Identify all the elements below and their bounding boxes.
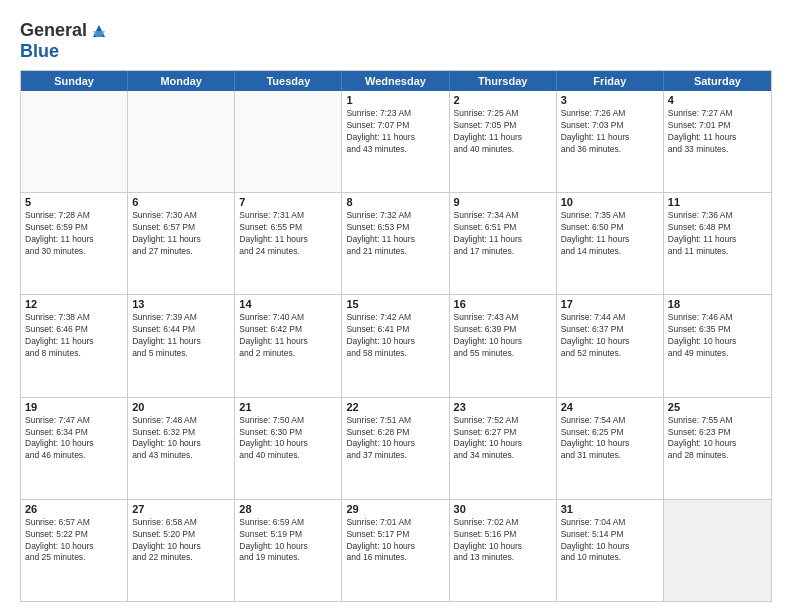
- calendar: SundayMondayTuesdayWednesdayThursdayFrid…: [20, 70, 772, 602]
- day-info: Sunrise: 7:39 AM Sunset: 6:44 PM Dayligh…: [132, 312, 230, 360]
- day-info: Sunrise: 7:26 AM Sunset: 7:03 PM Dayligh…: [561, 108, 659, 156]
- day-cell: 7Sunrise: 7:31 AM Sunset: 6:55 PM Daylig…: [235, 193, 342, 294]
- day-number: 9: [454, 196, 552, 208]
- day-number: 1: [346, 94, 444, 106]
- week-row-1: 5Sunrise: 7:28 AM Sunset: 6:59 PM Daylig…: [21, 192, 771, 294]
- day-info: Sunrise: 7:35 AM Sunset: 6:50 PM Dayligh…: [561, 210, 659, 258]
- day-cell: [664, 500, 771, 601]
- day-number: 6: [132, 196, 230, 208]
- day-number: 29: [346, 503, 444, 515]
- day-number: 12: [25, 298, 123, 310]
- day-info: Sunrise: 7:42 AM Sunset: 6:41 PM Dayligh…: [346, 312, 444, 360]
- day-name-wednesday: Wednesday: [342, 71, 449, 91]
- day-info: Sunrise: 7:43 AM Sunset: 6:39 PM Dayligh…: [454, 312, 552, 360]
- day-number: 30: [454, 503, 552, 515]
- day-cell: 3Sunrise: 7:26 AM Sunset: 7:03 PM Daylig…: [557, 91, 664, 192]
- day-cell: 10Sunrise: 7:35 AM Sunset: 6:50 PM Dayli…: [557, 193, 664, 294]
- calendar-header: SundayMondayTuesdayWednesdayThursdayFrid…: [21, 71, 771, 91]
- day-number: 4: [668, 94, 767, 106]
- day-info: Sunrise: 7:55 AM Sunset: 6:23 PM Dayligh…: [668, 415, 767, 463]
- day-info: Sunrise: 7:36 AM Sunset: 6:48 PM Dayligh…: [668, 210, 767, 258]
- day-number: 23: [454, 401, 552, 413]
- day-info: Sunrise: 7:32 AM Sunset: 6:53 PM Dayligh…: [346, 210, 444, 258]
- day-number: 24: [561, 401, 659, 413]
- day-info: Sunrise: 7:51 AM Sunset: 6:28 PM Dayligh…: [346, 415, 444, 463]
- day-cell: 9Sunrise: 7:34 AM Sunset: 6:51 PM Daylig…: [450, 193, 557, 294]
- day-info: Sunrise: 7:02 AM Sunset: 5:16 PM Dayligh…: [454, 517, 552, 565]
- day-info: Sunrise: 7:44 AM Sunset: 6:37 PM Dayligh…: [561, 312, 659, 360]
- day-cell: 28Sunrise: 6:59 AM Sunset: 5:19 PM Dayli…: [235, 500, 342, 601]
- day-number: 26: [25, 503, 123, 515]
- day-number: 20: [132, 401, 230, 413]
- day-number: 21: [239, 401, 337, 413]
- day-info: Sunrise: 7:27 AM Sunset: 7:01 PM Dayligh…: [668, 108, 767, 156]
- header: General Blue: [20, 15, 772, 62]
- day-number: 2: [454, 94, 552, 106]
- calendar-body: 1Sunrise: 7:23 AM Sunset: 7:07 PM Daylig…: [21, 91, 771, 601]
- day-info: Sunrise: 7:25 AM Sunset: 7:05 PM Dayligh…: [454, 108, 552, 156]
- day-number: 19: [25, 401, 123, 413]
- day-info: Sunrise: 6:57 AM Sunset: 5:22 PM Dayligh…: [25, 517, 123, 565]
- day-cell: 20Sunrise: 7:48 AM Sunset: 6:32 PM Dayli…: [128, 398, 235, 499]
- day-info: Sunrise: 7:28 AM Sunset: 6:59 PM Dayligh…: [25, 210, 123, 258]
- day-cell: 15Sunrise: 7:42 AM Sunset: 6:41 PM Dayli…: [342, 295, 449, 396]
- day-cell: 8Sunrise: 7:32 AM Sunset: 6:53 PM Daylig…: [342, 193, 449, 294]
- day-cell: 19Sunrise: 7:47 AM Sunset: 6:34 PM Dayli…: [21, 398, 128, 499]
- day-info: Sunrise: 7:30 AM Sunset: 6:57 PM Dayligh…: [132, 210, 230, 258]
- day-number: 31: [561, 503, 659, 515]
- day-info: Sunrise: 7:48 AM Sunset: 6:32 PM Dayligh…: [132, 415, 230, 463]
- day-info: Sunrise: 7:46 AM Sunset: 6:35 PM Dayligh…: [668, 312, 767, 360]
- day-info: Sunrise: 7:50 AM Sunset: 6:30 PM Dayligh…: [239, 415, 337, 463]
- day-number: 15: [346, 298, 444, 310]
- day-info: Sunrise: 7:47 AM Sunset: 6:34 PM Dayligh…: [25, 415, 123, 463]
- day-info: Sunrise: 7:04 AM Sunset: 5:14 PM Dayligh…: [561, 517, 659, 565]
- day-number: 18: [668, 298, 767, 310]
- day-name-monday: Monday: [128, 71, 235, 91]
- day-info: Sunrise: 6:59 AM Sunset: 5:19 PM Dayligh…: [239, 517, 337, 565]
- day-number: 5: [25, 196, 123, 208]
- day-cell: 13Sunrise: 7:39 AM Sunset: 6:44 PM Dayli…: [128, 295, 235, 396]
- day-cell: [128, 91, 235, 192]
- day-number: 28: [239, 503, 337, 515]
- day-number: 17: [561, 298, 659, 310]
- day-cell: 29Sunrise: 7:01 AM Sunset: 5:17 PM Dayli…: [342, 500, 449, 601]
- day-number: 10: [561, 196, 659, 208]
- day-cell: 4Sunrise: 7:27 AM Sunset: 7:01 PM Daylig…: [664, 91, 771, 192]
- day-cell: 24Sunrise: 7:54 AM Sunset: 6:25 PM Dayli…: [557, 398, 664, 499]
- day-number: 25: [668, 401, 767, 413]
- day-cell: 26Sunrise: 6:57 AM Sunset: 5:22 PM Dayli…: [21, 500, 128, 601]
- day-cell: [21, 91, 128, 192]
- day-cell: 27Sunrise: 6:58 AM Sunset: 5:20 PM Dayli…: [128, 500, 235, 601]
- day-number: 3: [561, 94, 659, 106]
- week-row-3: 19Sunrise: 7:47 AM Sunset: 6:34 PM Dayli…: [21, 397, 771, 499]
- day-info: Sunrise: 7:54 AM Sunset: 6:25 PM Dayligh…: [561, 415, 659, 463]
- day-number: 22: [346, 401, 444, 413]
- day-number: 14: [239, 298, 337, 310]
- day-info: Sunrise: 6:58 AM Sunset: 5:20 PM Dayligh…: [132, 517, 230, 565]
- logo-icon: [89, 21, 109, 41]
- day-cell: 14Sunrise: 7:40 AM Sunset: 6:42 PM Dayli…: [235, 295, 342, 396]
- day-cell: 11Sunrise: 7:36 AM Sunset: 6:48 PM Dayli…: [664, 193, 771, 294]
- day-cell: 22Sunrise: 7:51 AM Sunset: 6:28 PM Dayli…: [342, 398, 449, 499]
- day-number: 7: [239, 196, 337, 208]
- day-cell: 30Sunrise: 7:02 AM Sunset: 5:16 PM Dayli…: [450, 500, 557, 601]
- day-name-saturday: Saturday: [664, 71, 771, 91]
- day-number: 16: [454, 298, 552, 310]
- day-info: Sunrise: 7:31 AM Sunset: 6:55 PM Dayligh…: [239, 210, 337, 258]
- day-name-tuesday: Tuesday: [235, 71, 342, 91]
- day-number: 13: [132, 298, 230, 310]
- page: General Blue SundayMondayTuesdayWednesda…: [0, 0, 792, 612]
- day-number: 27: [132, 503, 230, 515]
- day-cell: 1Sunrise: 7:23 AM Sunset: 7:07 PM Daylig…: [342, 91, 449, 192]
- day-cell: 18Sunrise: 7:46 AM Sunset: 6:35 PM Dayli…: [664, 295, 771, 396]
- day-cell: 17Sunrise: 7:44 AM Sunset: 6:37 PM Dayli…: [557, 295, 664, 396]
- day-cell: 25Sunrise: 7:55 AM Sunset: 6:23 PM Dayli…: [664, 398, 771, 499]
- day-info: Sunrise: 7:01 AM Sunset: 5:17 PM Dayligh…: [346, 517, 444, 565]
- day-cell: 12Sunrise: 7:38 AM Sunset: 6:46 PM Dayli…: [21, 295, 128, 396]
- day-cell: 5Sunrise: 7:28 AM Sunset: 6:59 PM Daylig…: [21, 193, 128, 294]
- day-cell: 2Sunrise: 7:25 AM Sunset: 7:05 PM Daylig…: [450, 91, 557, 192]
- logo-general: General: [20, 20, 87, 41]
- logo-blue: Blue: [20, 41, 109, 62]
- day-cell: 31Sunrise: 7:04 AM Sunset: 5:14 PM Dayli…: [557, 500, 664, 601]
- week-row-2: 12Sunrise: 7:38 AM Sunset: 6:46 PM Dayli…: [21, 294, 771, 396]
